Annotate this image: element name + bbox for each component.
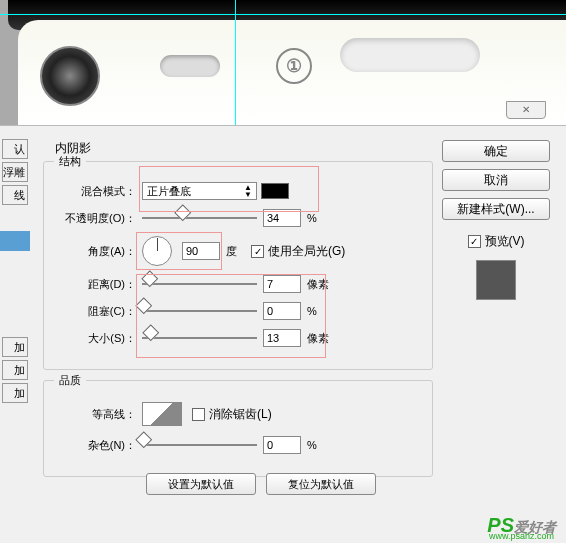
distance-slider[interactable]: [142, 276, 257, 292]
angle-unit: 度: [226, 244, 237, 259]
preview-thumbnail: [476, 260, 516, 300]
preview-checkbox[interactable]: ✓: [468, 235, 481, 248]
left-item[interactable]: 加: [2, 337, 28, 357]
quality-fieldset: 品质 等高线： 消除锯齿(L) 杂色(N)： %: [43, 380, 433, 477]
close-button[interactable]: ✕: [506, 101, 546, 119]
device-slot: [160, 55, 220, 77]
angle-input[interactable]: [182, 242, 220, 260]
device-logo: ①: [276, 48, 312, 84]
angle-dial[interactable]: [142, 236, 172, 266]
cancel-button[interactable]: 取消: [442, 169, 550, 191]
left-item[interactable]: 浮雕: [2, 162, 28, 182]
noise-slider[interactable]: [142, 437, 257, 453]
distance-input[interactable]: [263, 275, 301, 293]
noise-label: 杂色(N)：: [54, 438, 142, 453]
layer-style-dialog: ✕ 认 浮雕 线 加 加 加 内阴影 结构 混合模式： 正片叠底 ▲▼: [0, 125, 566, 543]
guide-h: [0, 14, 566, 15]
structure-legend: 结构: [54, 154, 86, 169]
right-panel: 确定 取消 新建样式(W)... ✓ 预览(V): [442, 140, 550, 306]
size-unit: 像素: [307, 331, 329, 346]
opacity-label: 不透明度(O)：: [54, 211, 142, 226]
choke-input[interactable]: [263, 302, 301, 320]
noise-unit: %: [307, 439, 317, 451]
left-item-selected[interactable]: [0, 231, 30, 251]
distance-label: 距离(D)：: [54, 277, 142, 292]
noise-input[interactable]: [263, 436, 301, 454]
blend-mode-select[interactable]: 正片叠底 ▲▼: [142, 182, 257, 200]
global-light-checkbox[interactable]: ✓: [251, 245, 264, 258]
device-recess: [340, 38, 480, 72]
opacity-input[interactable]: [263, 209, 301, 227]
choke-label: 阻塞(C)：: [54, 304, 142, 319]
size-input[interactable]: [263, 329, 301, 347]
blend-mode-value: 正片叠底: [147, 184, 191, 199]
antialias-label: 消除锯齿(L): [209, 406, 272, 423]
ok-button[interactable]: 确定: [442, 140, 550, 162]
bottom-buttons: 设置为默认值 复位为默认值: [146, 473, 376, 495]
structure-fieldset: 结构 混合模式： 正片叠底 ▲▼ 不透明度(O)： % 角度(A)： 度: [43, 161, 433, 370]
contour-picker[interactable]: [142, 402, 182, 426]
distance-unit: 像素: [307, 277, 329, 292]
angle-label: 角度(A)：: [54, 244, 142, 259]
guide-v: [235, 0, 236, 125]
make-default-button[interactable]: 设置为默认值: [146, 473, 256, 495]
size-label: 大小(S)：: [54, 331, 142, 346]
effects-list: 认 浮雕 线 加 加 加: [0, 136, 30, 536]
quality-legend: 品质: [54, 373, 86, 388]
left-item[interactable]: 认: [2, 139, 28, 159]
contour-label: 等高线：: [54, 407, 142, 422]
antialias-checkbox[interactable]: [192, 408, 205, 421]
blend-mode-label: 混合模式：: [54, 184, 142, 199]
select-arrows-icon: ▲▼: [244, 184, 252, 198]
left-item[interactable]: 线: [2, 185, 28, 205]
canvas-bg: ①: [0, 0, 566, 125]
device-dial: [40, 46, 100, 106]
reset-default-button[interactable]: 复位为默认值: [266, 473, 376, 495]
opacity-slider[interactable]: [142, 210, 257, 226]
left-item[interactable]: 加: [2, 383, 28, 403]
main-panel: 内阴影 结构 混合模式： 正片叠底 ▲▼ 不透明度(O)： % 角度(A)：: [43, 136, 433, 487]
choke-slider[interactable]: [142, 303, 257, 319]
global-light-label: 使用全局光(G): [268, 243, 345, 260]
size-slider[interactable]: [142, 330, 257, 346]
choke-unit: %: [307, 305, 317, 317]
opacity-unit: %: [307, 212, 317, 224]
section-title: 内阴影: [55, 140, 433, 157]
left-item[interactable]: 加: [2, 360, 28, 380]
watermark-url: www.psahz.com: [489, 531, 554, 541]
preview-label: 预览(V): [485, 233, 525, 250]
color-swatch[interactable]: [261, 183, 289, 199]
new-style-button[interactable]: 新建样式(W)...: [442, 198, 550, 220]
